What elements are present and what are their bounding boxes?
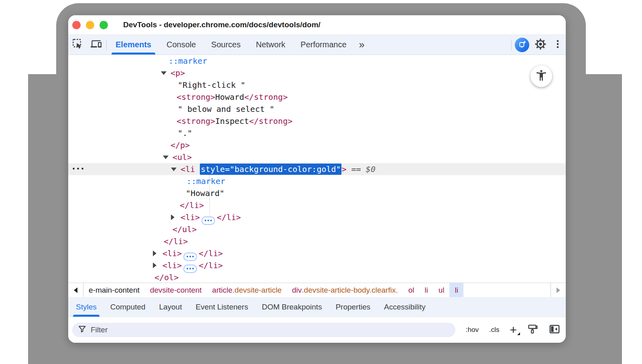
breadcrumb-item[interactable]: li [419, 283, 433, 297]
tree-row-selected[interactable]: •••<li style="background-color:gold"> ==… [68, 163, 566, 175]
code-segment: Howard [215, 92, 244, 102]
tree-row[interactable]: "Right-click " [68, 79, 566, 91]
code-segment: <li> [163, 249, 182, 258]
breadcrumb-segment: devsite-content [150, 286, 202, 295]
breadcrumb-item[interactable]: devsite-content [145, 283, 207, 297]
inspect-element-button[interactable] [68, 35, 87, 55]
breadcrumb-item[interactable]: ul [433, 283, 450, 297]
tab-performance[interactable]: Performance [293, 35, 354, 55]
code-segment: <li [181, 164, 200, 174]
customize-devtools-button[interactable] [550, 35, 566, 55]
gear-icon [534, 38, 547, 52]
paint-roller-icon [527, 324, 538, 337]
sidebar-tab-computed[interactable]: Computed [104, 297, 152, 317]
tree-row[interactable]: </li> [68, 235, 566, 247]
code-segment: </li> [199, 249, 223, 258]
tree-row[interactable]: "." [68, 127, 566, 139]
sidebar-tab-properties[interactable]: Properties [329, 297, 377, 317]
tree-row[interactable]: ::marker [68, 55, 566, 67]
expanded-arrow-icon[interactable] [161, 71, 167, 75]
breadcrumb-item[interactable]: div.devsite-article-body.clearfix. [287, 283, 403, 297]
tree-row[interactable]: </ul> [68, 223, 566, 235]
expanded-arrow-icon[interactable] [171, 168, 177, 171]
breadcrumb-segment: div [292, 286, 302, 295]
tree-row[interactable]: " below and select " [68, 103, 566, 115]
tree-row[interactable]: <li></li> [68, 247, 566, 259]
styles-filter-bar: :hov .cls + [68, 317, 566, 343]
new-style-rule-button[interactable]: + [510, 324, 517, 336]
breadcrumb-segment: article [212, 286, 233, 295]
collapsed-arrow-icon[interactable] [171, 214, 175, 220]
sidebar-tab-layout[interactable]: Layout [152, 297, 189, 317]
tab-sources[interactable]: Sources [203, 35, 248, 55]
settings-button[interactable] [531, 35, 550, 55]
tab-elements[interactable]: Elements [108, 35, 159, 55]
code-segment: ::marker [169, 56, 207, 66]
tree-row[interactable]: "Howard" [68, 187, 566, 199]
panel-tabs: ElementsConsoleSourcesNetworkPerformance [108, 35, 354, 55]
code-segment: <strong> [177, 92, 215, 102]
title-bar: DevTools - developer.chrome.com/docs/dev… [68, 15, 566, 35]
tree-row[interactable]: </p> [68, 139, 566, 151]
close-window-button[interactable] [72, 21, 81, 29]
code-segment: "." [178, 128, 192, 138]
tab-console[interactable]: Console [159, 35, 203, 55]
sidebar-tab-event-listeners[interactable]: Event Listeners [189, 297, 255, 317]
code-segment: "Howard" [186, 188, 224, 198]
minimize-window-button[interactable] [86, 21, 94, 29]
code-segment: </strong> [249, 116, 293, 126]
code-segment: </strong> [244, 92, 288, 102]
toolbar-spacer [368, 35, 510, 55]
code-segment: == [346, 164, 366, 174]
code-segment: </p> [171, 140, 190, 150]
expanded-arrow-icon[interactable] [163, 156, 169, 159]
breadcrumb-item[interactable]: ol [403, 283, 419, 297]
breadcrumb-segment: li [455, 286, 458, 295]
tab-network[interactable]: Network [248, 35, 293, 55]
sidebar-tab-accessibility[interactable]: Accessibility [377, 297, 432, 317]
breadcrumb-segment: .devsite-article [232, 286, 282, 295]
breadcrumb-item[interactable]: li [449, 283, 463, 297]
code-segment: </li> [164, 237, 188, 246]
toggle-element-state-button[interactable]: :hov [466, 326, 479, 334]
breadcrumb-scroll-right-button[interactable] [551, 283, 566, 297]
breadcrumb-item[interactable]: e-main-content [83, 283, 145, 297]
collapsed-arrow-icon[interactable] [153, 263, 156, 268]
toggle-device-toolbar-button[interactable] [87, 35, 105, 55]
breadcrumb-scroll-left-button[interactable] [68, 283, 83, 297]
tree-row[interactable]: <ul> [68, 151, 566, 163]
tree-row[interactable]: <li></li> [68, 211, 566, 223]
tree-row[interactable]: <li></li> [68, 259, 566, 271]
code-segment: Inspect [215, 116, 249, 126]
funnel-filter-icon [78, 325, 87, 335]
styles-filter-input[interactable] [91, 326, 450, 334]
sidebar-tab-dom-breakpoints[interactable]: DOM Breakpoints [255, 297, 329, 317]
tree-row[interactable]: <p> [68, 67, 566, 79]
devtools-toolbar: ElementsConsoleSourcesNetworkPerformance… [68, 35, 566, 55]
tree-row[interactable]: <strong>Inspect</strong> [68, 115, 566, 127]
ai-assistance-button[interactable] [513, 35, 531, 55]
breadcrumb-segment: ol [408, 286, 414, 295]
code-segment: " below and select " [178, 104, 274, 114]
code-segment: <strong> [177, 116, 215, 126]
collapsed-arrow-icon[interactable] [153, 251, 156, 256]
zoom-window-button[interactable] [100, 21, 108, 29]
tree-row[interactable]: </li> [68, 199, 566, 211]
code-segment: </li> [199, 261, 223, 270]
more-panels-button[interactable]: » [354, 35, 369, 55]
element-classes-button[interactable]: .cls [489, 326, 500, 334]
toolbar-divider [106, 39, 107, 51]
tree-row[interactable]: <strong>Howard</strong> [68, 91, 566, 103]
tree-row[interactable]: ::marker [68, 175, 566, 187]
breadcrumb-item[interactable]: article.devsite-article [207, 283, 287, 297]
code-segment: > [341, 164, 346, 174]
tree-row[interactable]: </ol> [68, 271, 566, 283]
styles-filter-field[interactable] [72, 323, 455, 337]
sidebar-tab-styles[interactable]: Styles [69, 297, 104, 317]
breadcrumb-segment: .devsite-article-body.clearfix. [302, 286, 398, 295]
toggle-sidebar-button[interactable] [549, 324, 560, 337]
row-actions-icon[interactable]: ••• [72, 163, 85, 175]
rendering-emulations-button[interactable] [527, 324, 538, 337]
inspect-icon [72, 38, 83, 51]
code-segment: ::marker [187, 176, 225, 186]
